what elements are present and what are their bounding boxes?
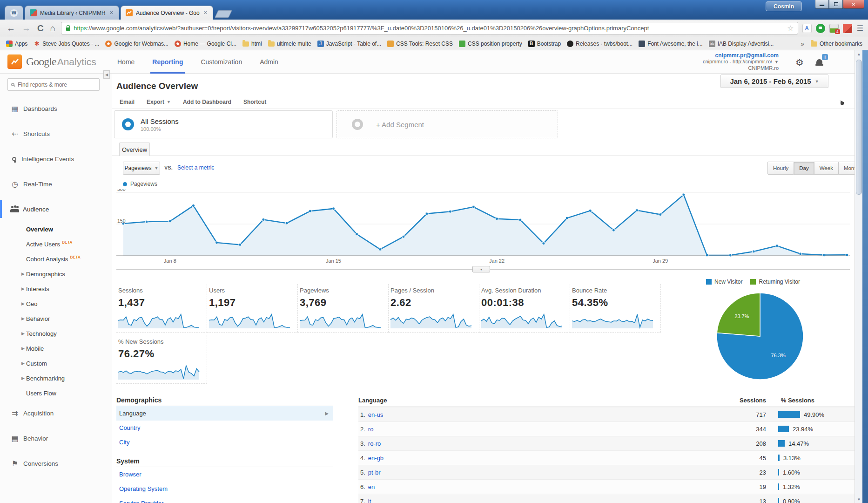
bookmark-item[interactable]: JJavaScript - Table of... bbox=[317, 41, 382, 47]
timeline-slider-handle[interactable]: ▼ bbox=[472, 266, 490, 272]
bookmark-item[interactable]: Home — Google Cl... bbox=[175, 41, 236, 47]
refresh-button[interactable]: C bbox=[37, 23, 44, 34]
language-link[interactable]: ro-ro bbox=[368, 440, 381, 447]
translate-extension-icon[interactable]: A bbox=[802, 24, 812, 33]
window-minimize-button[interactable]: ▬ bbox=[815, 0, 829, 9]
sidebar-subitem-mobile[interactable]: ▶Mobile bbox=[0, 341, 112, 356]
panel-link-city[interactable]: City bbox=[116, 435, 333, 449]
email-button[interactable]: Email bbox=[120, 99, 135, 105]
select-a-metric-link[interactable]: Select a metric bbox=[177, 164, 214, 171]
chrome-menu-button[interactable]: ☰ bbox=[857, 24, 863, 33]
sidebar-collapse-button[interactable]: ◀ bbox=[103, 70, 110, 79]
sidebar-subitem-benchmarking[interactable]: ▶Benchmarking bbox=[0, 371, 112, 386]
bookmark-star-icon[interactable]: ☆ bbox=[787, 24, 794, 33]
tab-close-icon[interactable]: ✕ bbox=[109, 10, 114, 16]
language-link[interactable]: ro bbox=[368, 426, 374, 433]
language-link[interactable]: en-gb bbox=[368, 455, 384, 462]
tab-overview[interactable]: Overview bbox=[119, 143, 150, 156]
sidebar-subitem-demographics[interactable]: ▶Demographics bbox=[0, 266, 112, 281]
metric-select-dropdown[interactable]: Pageviews ▼ bbox=[123, 162, 160, 175]
scroll-up-arrow[interactable]: ▲ bbox=[855, 50, 863, 58]
notifications-bell[interactable]: i bbox=[816, 58, 822, 66]
pinned-tab[interactable]: W bbox=[5, 6, 23, 20]
granularity-day[interactable]: Day bbox=[794, 162, 814, 175]
bookmark-item[interactable]: html bbox=[242, 41, 262, 47]
search-input[interactable] bbox=[18, 82, 87, 88]
sidebar-subitem-users-flow[interactable]: Users Flow bbox=[0, 386, 112, 401]
sidebar-search[interactable] bbox=[7, 78, 100, 91]
address-bar[interactable]: https://www.google.com/analytics/web/?au… bbox=[61, 22, 798, 34]
sidebar-subitem-overview[interactable]: Overview bbox=[0, 222, 112, 237]
help-academy-icon[interactable] bbox=[838, 99, 846, 108]
scrollbar-thumb[interactable] bbox=[856, 60, 862, 195]
sidebar-item-conversions[interactable]: ⚑Conversions bbox=[0, 451, 112, 476]
chrome-profile-button[interactable]: Cosmin bbox=[766, 1, 802, 11]
ga-nav-reporting[interactable]: Reporting bbox=[152, 50, 183, 74]
bookmark-item[interactable]: ultimele multe bbox=[268, 41, 311, 47]
panel-link-operating-system[interactable]: Operating System bbox=[116, 482, 333, 496]
new-tab-button[interactable] bbox=[215, 10, 232, 18]
hangouts-extension-icon[interactable] bbox=[816, 24, 825, 33]
sidebar-subitem-active-users[interactable]: Active UsersBETA bbox=[0, 237, 112, 252]
sidebar-item-behavior[interactable]: ▤Behavior bbox=[0, 426, 112, 451]
account-info[interactable]: cnipmmr.pr@gmail.com cnipmmr.ro - http:/… bbox=[703, 53, 779, 71]
other-bookmarks-button[interactable]: Other bookmarks bbox=[811, 41, 862, 47]
bookmark-item[interactable]: BBootstrap bbox=[528, 41, 561, 47]
sidebar-item-acquisition[interactable]: ⇉Acquisition bbox=[0, 401, 112, 426]
home-button[interactable]: ⌂ bbox=[50, 23, 55, 34]
panel-link-service-provider[interactable]: Service Provider bbox=[116, 496, 333, 503]
reader-extension-icon[interactable] bbox=[843, 24, 852, 33]
export-button[interactable]: Export▼ bbox=[147, 99, 171, 105]
ga-nav-home[interactable]: Home bbox=[117, 50, 135, 74]
browser-tab[interactable]: Audience Overview - Goo✕ bbox=[121, 6, 213, 20]
sidebar-item-intelligence-events[interactable]: Intelligence Events bbox=[0, 146, 112, 171]
bookmark-item[interactable]: Font Awesome, the i... bbox=[639, 41, 703, 47]
sidebar-subitem-interests[interactable]: ▶Interests bbox=[0, 281, 112, 296]
back-button[interactable]: ← bbox=[7, 23, 15, 34]
language-link[interactable]: it bbox=[368, 498, 371, 503]
sidebar-subitem-cohort-analysis[interactable]: Cohort AnalysisBETA bbox=[0, 252, 112, 266]
sidebar-subitem-custom[interactable]: ▶Custom bbox=[0, 356, 112, 371]
language-link[interactable]: en bbox=[368, 483, 375, 490]
ssl-padlock-icon[interactable] bbox=[66, 27, 70, 31]
ga-nav-customization[interactable]: Customization bbox=[201, 50, 242, 74]
panel-link-country[interactable]: Country bbox=[116, 421, 333, 435]
date-range-selector[interactable]: Jan 6, 2015 - Feb 6, 2015 ▼ bbox=[720, 75, 828, 88]
bookmarks-overflow-chevron[interactable]: » bbox=[801, 40, 804, 48]
settings-gear-icon[interactable]: ⚙ bbox=[795, 57, 804, 68]
page-scrollbar[interactable]: ▲ ▼ bbox=[855, 50, 862, 503]
sidebar-subitem-behavior[interactable]: ▶Behavior bbox=[0, 311, 112, 326]
bookmark-item[interactable]: Releases · twbs/boot... bbox=[567, 41, 632, 47]
apps-shortcut[interactable]: Apps bbox=[6, 41, 27, 47]
granularity-week[interactable]: Week bbox=[814, 162, 839, 175]
ga-logo[interactable]: GoogleAnalytics bbox=[7, 54, 96, 69]
shortcut-button[interactable]: Shortcut bbox=[243, 99, 266, 105]
panel-link-language[interactable]: Language▶ bbox=[116, 406, 333, 421]
scroll-down-arrow[interactable]: ▼ bbox=[855, 496, 863, 503]
bookmark-item[interactable]: CSS Tools: Reset CSS bbox=[387, 41, 453, 47]
checker-extension-icon[interactable]: 4 bbox=[829, 24, 839, 33]
granularity-hourly[interactable]: Hourly bbox=[767, 162, 794, 175]
sidebar-item-shortcuts[interactable]: ⇠Shortcuts bbox=[0, 121, 112, 146]
bookmark-item[interactable]: CSS position property bbox=[459, 41, 522, 47]
browser-tab[interactable]: Media Library ‹ CNIPMMR✕ bbox=[25, 6, 119, 20]
panel-link-browser[interactable]: Browser bbox=[116, 467, 333, 482]
sidebar-item-dashboards[interactable]: ▦Dashboards bbox=[0, 96, 112, 121]
tab-close-icon[interactable]: ✕ bbox=[203, 10, 208, 16]
language-link[interactable]: en-us bbox=[368, 411, 384, 418]
sidebar-subitem-geo[interactable]: ▶Geo bbox=[0, 296, 112, 311]
add-to-dashboard-button[interactable]: Add to Dashboard bbox=[183, 99, 231, 105]
sidebar-subitem-technology[interactable]: ▶Technology bbox=[0, 326, 112, 341]
add-segment-button[interactable]: + Add Segment bbox=[336, 110, 558, 138]
segment-all-sessions[interactable]: All Sessions 100.00% bbox=[114, 110, 333, 138]
bookmark-item[interactable]: ✱Steve Jobs Quotes - ... bbox=[34, 41, 99, 47]
ga-nav-admin[interactable]: Admin bbox=[260, 50, 278, 74]
window-close-button[interactable]: ✕ bbox=[843, 0, 864, 9]
language-link[interactable]: pt-br bbox=[368, 469, 381, 476]
bookmark-item[interactable]: Google for Webmas... bbox=[105, 41, 168, 47]
window-maximize-button[interactable] bbox=[829, 0, 843, 9]
bookmark-item[interactable]: iabIAB Display Advertisi... bbox=[709, 41, 774, 47]
sidebar-item-real-time[interactable]: ◷Real-Time bbox=[0, 171, 112, 197]
forward-button[interactable]: → bbox=[22, 23, 31, 34]
sidebar-item-audience[interactable]: Audience bbox=[0, 197, 112, 222]
